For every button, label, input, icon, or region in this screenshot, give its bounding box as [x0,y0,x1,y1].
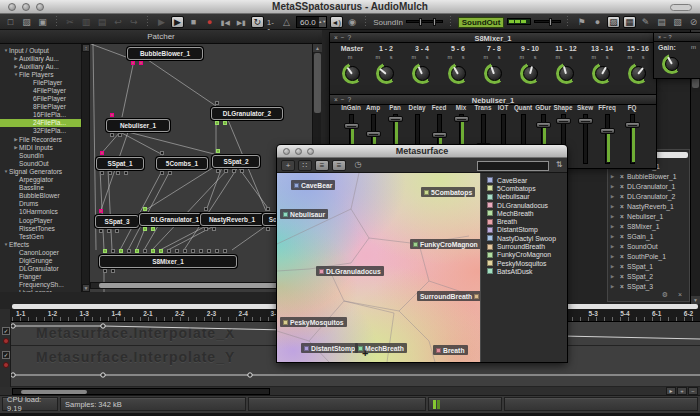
automation-zoom-button-2[interactable]: − [688,387,698,395]
sound-out-label[interactable]: SoundOut [458,17,505,28]
slider-handle[interactable] [366,131,381,137]
tree-item-signal-generators[interactable]: ▼Signal Generators [0,167,81,175]
remove-icon[interactable]: × [617,273,627,280]
automation-zoom-button-0[interactable]: ▸ [666,387,676,395]
dark-port[interactable] [183,249,187,253]
remove-icon[interactable]: × [617,233,627,240]
redo-button[interactable]: ↪ [127,16,140,28]
contraption-item-sgain_1[interactable]: ▶×SGain_1 [608,231,689,241]
tree-item-auxiliary-au-[interactable]: ▶Auxiliary Au... [0,62,81,70]
dark-port[interactable] [215,101,219,105]
remove-icon[interactable]: × [617,253,627,260]
remove-icon[interactable]: × [617,183,627,190]
expand-arrow-icon[interactable]: ▶ [608,274,617,279]
stop-button[interactable]: ■ [187,16,200,28]
snapshot-item-funkycromagnon[interactable]: FunkyCroMagnon [481,251,567,259]
green-port[interactable] [151,249,155,253]
contraption-item-southpole_1[interactable]: ▶×SouthPole_1 [608,251,689,261]
detail-view-button[interactable]: ≡ [332,160,346,171]
channel-knob[interactable] [556,63,577,84]
tree-item-flanger[interactable]: Flanger [0,273,81,281]
slider-handle[interactable] [600,128,615,134]
snapshot-item-cavebear[interactable]: CaveBear [481,176,567,184]
channel-knob[interactable] [628,63,649,84]
tree-item-arpeggiator[interactable]: Arpeggiator [0,176,81,184]
contraption-item-sspat_3[interactable]: ▶×SSpat_3 [608,281,689,291]
param-slider[interactable] [630,114,635,164]
contraption-item-sspat_1[interactable]: ▶×SSpat_1 [608,261,689,271]
contraption-item-sspat_2[interactable]: ▶×SSpat_2 [608,271,689,281]
dark-port[interactable] [266,227,270,231]
gain-window-controls[interactable]: ×−? [658,34,673,40]
green-port[interactable] [159,249,163,253]
surface-crosshair[interactable]: + [362,349,368,357]
node-input-ports[interactable] [143,207,147,211]
rewind-button[interactable]: ▮◀ [219,16,232,28]
mute-solo-labels[interactable]: m s [476,54,512,60]
green-port[interactable] [103,249,107,253]
paste-button[interactable]: ▤ [95,16,108,28]
node-dlgranulator_2[interactable]: DLGranulator_2 [211,107,283,120]
grid-view-button[interactable]: ∷ [298,160,312,171]
automation-zoom-button-1[interactable]: + [677,387,687,395]
monitor-button[interactable]: ◉ [346,16,359,28]
dark-port[interactable] [199,249,203,253]
dark-port[interactable] [99,229,103,233]
param-slider[interactable] [583,114,588,164]
contraption-item-dlgranulator_1[interactable]: ▶×DLGranulator_1 [608,181,689,191]
record-arm-button[interactable]: ● [591,16,604,28]
dark-port[interactable] [191,249,195,253]
dark-port[interactable] [175,249,179,253]
channel-knob[interactable] [520,63,541,84]
dark-port[interactable] [167,249,171,253]
properties-panel-button[interactable]: ▨ [607,16,620,28]
tree-item-10harmonics[interactable]: 10Harmonics [0,208,81,216]
track-y-enable-checkbox[interactable]: ✓ [2,351,10,359]
channel-knob[interactable] [592,63,613,84]
list-panel-button[interactable]: ▤ [655,16,668,28]
channel-knob[interactable] [484,63,505,84]
tree-item-16filepla-[interactable]: 16FilePla... [0,111,81,119]
node-input-ports[interactable] [215,101,219,105]
dark-port[interactable] [240,169,244,173]
slider-handle[interactable] [344,123,359,129]
tree-item-fileplayer[interactable]: FilePlayer [0,78,81,86]
dark-port[interactable] [116,171,120,175]
dark-port[interactable] [118,133,122,137]
dark-port[interactable] [232,169,236,173]
dark-port[interactable] [143,249,147,253]
snapshot-item-peskymosquitos[interactable]: PeskyMosquitos [481,259,567,267]
track-x-enable-checkbox[interactable]: ✓ [2,327,10,335]
tree-item-soundin[interactable]: SoundIn [0,151,81,159]
contraption-item-nastyreverb_1[interactable]: ▶×NastyReverb_1 [608,201,689,211]
green-port[interactable] [143,207,147,211]
dark-port[interactable] [216,169,220,173]
slider-handle[interactable] [556,118,571,124]
snapshot-item-mechbreath[interactable]: MechBreath [481,209,567,217]
green-port[interactable] [151,227,155,231]
dark-port[interactable] [115,229,119,233]
mute-solo-labels[interactable]: m s [620,54,656,60]
dark-port[interactable] [207,249,211,253]
track-y-record-icon[interactable] [3,362,9,368]
dark-port[interactable] [215,249,219,253]
tree-item-4fileplayer[interactable]: 4FilePlayer [0,86,81,94]
mute-solo-labels[interactable]: m s [368,54,404,60]
node-nebuliser_1[interactable]: Nebuliser_1 [106,119,170,132]
dark-port[interactable] [108,171,112,175]
param-slider[interactable] [605,114,610,164]
dark-port[interactable] [223,249,227,253]
node-input-ports[interactable] [100,151,104,155]
cut-button[interactable]: ✂ [63,16,76,28]
contraption-item-soundout[interactable]: ▶×SoundOut [608,241,689,251]
red-port[interactable] [110,113,114,117]
surface-label-surroundbreath[interactable]: SurroundBreath [417,291,480,301]
gain-mute-label[interactable]: m [691,44,696,50]
node-output-ports[interactable] [160,171,172,175]
mute-solo-labels[interactable]: m s [404,54,440,60]
node-input-ports[interactable] [99,209,103,213]
snapshot-item-surroundbreath[interactable]: SurroundBreath [481,242,567,250]
dark-port[interactable] [160,151,164,155]
tree-item-6fileplayer[interactable]: 6FilePlayer [0,95,81,103]
track-x-record-icon[interactable] [3,338,9,344]
